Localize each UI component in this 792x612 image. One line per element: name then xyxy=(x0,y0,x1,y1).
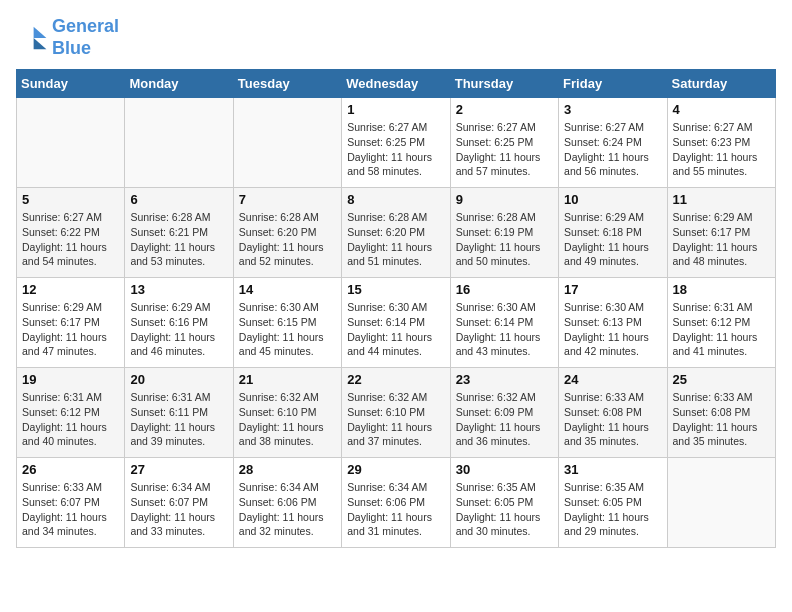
svg-marker-0 xyxy=(34,26,47,37)
calendar-cell xyxy=(125,98,233,188)
day-number: 10 xyxy=(564,192,661,207)
calendar-cell: 18Sunrise: 6:31 AM Sunset: 6:12 PM Dayli… xyxy=(667,278,775,368)
day-info: Sunrise: 6:32 AM Sunset: 6:10 PM Dayligh… xyxy=(239,390,336,449)
calendar-cell: 10Sunrise: 6:29 AM Sunset: 6:18 PM Dayli… xyxy=(559,188,667,278)
day-number: 17 xyxy=(564,282,661,297)
day-number: 24 xyxy=(564,372,661,387)
calendar-cell: 2Sunrise: 6:27 AM Sunset: 6:25 PM Daylig… xyxy=(450,98,558,188)
day-info: Sunrise: 6:31 AM Sunset: 6:12 PM Dayligh… xyxy=(22,390,119,449)
day-info: Sunrise: 6:29 AM Sunset: 6:17 PM Dayligh… xyxy=(673,210,770,269)
day-number: 13 xyxy=(130,282,227,297)
weekday-header: Monday xyxy=(125,70,233,98)
weekday-header: Thursday xyxy=(450,70,558,98)
day-info: Sunrise: 6:28 AM Sunset: 6:19 PM Dayligh… xyxy=(456,210,553,269)
day-number: 12 xyxy=(22,282,119,297)
day-info: Sunrise: 6:27 AM Sunset: 6:24 PM Dayligh… xyxy=(564,120,661,179)
logo: General Blue xyxy=(16,16,119,59)
calendar-cell xyxy=(233,98,341,188)
day-info: Sunrise: 6:27 AM Sunset: 6:23 PM Dayligh… xyxy=(673,120,770,179)
calendar-cell: 26Sunrise: 6:33 AM Sunset: 6:07 PM Dayli… xyxy=(17,458,125,548)
logo-icon xyxy=(16,22,48,54)
day-number: 7 xyxy=(239,192,336,207)
day-info: Sunrise: 6:31 AM Sunset: 6:11 PM Dayligh… xyxy=(130,390,227,449)
day-number: 31 xyxy=(564,462,661,477)
day-number: 16 xyxy=(456,282,553,297)
weekday-header: Wednesday xyxy=(342,70,450,98)
day-info: Sunrise: 6:28 AM Sunset: 6:21 PM Dayligh… xyxy=(130,210,227,269)
day-number: 26 xyxy=(22,462,119,477)
calendar-cell: 4Sunrise: 6:27 AM Sunset: 6:23 PM Daylig… xyxy=(667,98,775,188)
calendar-cell: 15Sunrise: 6:30 AM Sunset: 6:14 PM Dayli… xyxy=(342,278,450,368)
day-info: Sunrise: 6:35 AM Sunset: 6:05 PM Dayligh… xyxy=(564,480,661,539)
calendar-cell: 20Sunrise: 6:31 AM Sunset: 6:11 PM Dayli… xyxy=(125,368,233,458)
calendar-cell xyxy=(667,458,775,548)
calendar-week-row: 26Sunrise: 6:33 AM Sunset: 6:07 PM Dayli… xyxy=(17,458,776,548)
day-info: Sunrise: 6:27 AM Sunset: 6:22 PM Dayligh… xyxy=(22,210,119,269)
page-header: General Blue xyxy=(16,16,776,59)
calendar-cell: 31Sunrise: 6:35 AM Sunset: 6:05 PM Dayli… xyxy=(559,458,667,548)
calendar-cell: 3Sunrise: 6:27 AM Sunset: 6:24 PM Daylig… xyxy=(559,98,667,188)
day-number: 15 xyxy=(347,282,444,297)
day-info: Sunrise: 6:28 AM Sunset: 6:20 PM Dayligh… xyxy=(347,210,444,269)
weekday-header: Sunday xyxy=(17,70,125,98)
day-number: 29 xyxy=(347,462,444,477)
calendar-cell: 23Sunrise: 6:32 AM Sunset: 6:09 PM Dayli… xyxy=(450,368,558,458)
calendar-cell: 14Sunrise: 6:30 AM Sunset: 6:15 PM Dayli… xyxy=(233,278,341,368)
day-info: Sunrise: 6:29 AM Sunset: 6:18 PM Dayligh… xyxy=(564,210,661,269)
calendar-cell: 29Sunrise: 6:34 AM Sunset: 6:06 PM Dayli… xyxy=(342,458,450,548)
day-info: Sunrise: 6:30 AM Sunset: 6:15 PM Dayligh… xyxy=(239,300,336,359)
calendar-cell: 21Sunrise: 6:32 AM Sunset: 6:10 PM Dayli… xyxy=(233,368,341,458)
day-number: 11 xyxy=(673,192,770,207)
day-number: 28 xyxy=(239,462,336,477)
calendar-cell: 9Sunrise: 6:28 AM Sunset: 6:19 PM Daylig… xyxy=(450,188,558,278)
day-number: 6 xyxy=(130,192,227,207)
weekday-header: Tuesday xyxy=(233,70,341,98)
calendar-header: SundayMondayTuesdayWednesdayThursdayFrid… xyxy=(17,70,776,98)
calendar-cell: 19Sunrise: 6:31 AM Sunset: 6:12 PM Dayli… xyxy=(17,368,125,458)
day-info: Sunrise: 6:34 AM Sunset: 6:07 PM Dayligh… xyxy=(130,480,227,539)
day-number: 30 xyxy=(456,462,553,477)
calendar-cell: 5Sunrise: 6:27 AM Sunset: 6:22 PM Daylig… xyxy=(17,188,125,278)
calendar-cell: 12Sunrise: 6:29 AM Sunset: 6:17 PM Dayli… xyxy=(17,278,125,368)
day-info: Sunrise: 6:33 AM Sunset: 6:08 PM Dayligh… xyxy=(564,390,661,449)
day-number: 14 xyxy=(239,282,336,297)
calendar-cell: 13Sunrise: 6:29 AM Sunset: 6:16 PM Dayli… xyxy=(125,278,233,368)
day-number: 22 xyxy=(347,372,444,387)
day-info: Sunrise: 6:29 AM Sunset: 6:16 PM Dayligh… xyxy=(130,300,227,359)
day-info: Sunrise: 6:30 AM Sunset: 6:14 PM Dayligh… xyxy=(456,300,553,359)
calendar-cell: 22Sunrise: 6:32 AM Sunset: 6:10 PM Dayli… xyxy=(342,368,450,458)
day-number: 5 xyxy=(22,192,119,207)
day-number: 1 xyxy=(347,102,444,117)
calendar-cell: 6Sunrise: 6:28 AM Sunset: 6:21 PM Daylig… xyxy=(125,188,233,278)
day-info: Sunrise: 6:30 AM Sunset: 6:13 PM Dayligh… xyxy=(564,300,661,359)
calendar-cell: 25Sunrise: 6:33 AM Sunset: 6:08 PM Dayli… xyxy=(667,368,775,458)
calendar-table: SundayMondayTuesdayWednesdayThursdayFrid… xyxy=(16,69,776,548)
calendar-cell: 17Sunrise: 6:30 AM Sunset: 6:13 PM Dayli… xyxy=(559,278,667,368)
day-number: 21 xyxy=(239,372,336,387)
day-number: 23 xyxy=(456,372,553,387)
day-number: 3 xyxy=(564,102,661,117)
calendar-cell: 30Sunrise: 6:35 AM Sunset: 6:05 PM Dayli… xyxy=(450,458,558,548)
calendar-cell: 27Sunrise: 6:34 AM Sunset: 6:07 PM Dayli… xyxy=(125,458,233,548)
day-info: Sunrise: 6:27 AM Sunset: 6:25 PM Dayligh… xyxy=(456,120,553,179)
calendar-cell: 1Sunrise: 6:27 AM Sunset: 6:25 PM Daylig… xyxy=(342,98,450,188)
calendar-cell: 16Sunrise: 6:30 AM Sunset: 6:14 PM Dayli… xyxy=(450,278,558,368)
calendar-cell: 11Sunrise: 6:29 AM Sunset: 6:17 PM Dayli… xyxy=(667,188,775,278)
svg-marker-1 xyxy=(34,38,47,49)
calendar-week-row: 12Sunrise: 6:29 AM Sunset: 6:17 PM Dayli… xyxy=(17,278,776,368)
calendar-week-row: 1Sunrise: 6:27 AM Sunset: 6:25 PM Daylig… xyxy=(17,98,776,188)
day-number: 2 xyxy=(456,102,553,117)
day-number: 20 xyxy=(130,372,227,387)
day-info: Sunrise: 6:27 AM Sunset: 6:25 PM Dayligh… xyxy=(347,120,444,179)
calendar-cell: 8Sunrise: 6:28 AM Sunset: 6:20 PM Daylig… xyxy=(342,188,450,278)
calendar-week-row: 19Sunrise: 6:31 AM Sunset: 6:12 PM Dayli… xyxy=(17,368,776,458)
day-number: 8 xyxy=(347,192,444,207)
day-info: Sunrise: 6:28 AM Sunset: 6:20 PM Dayligh… xyxy=(239,210,336,269)
weekday-header: Saturday xyxy=(667,70,775,98)
day-info: Sunrise: 6:32 AM Sunset: 6:10 PM Dayligh… xyxy=(347,390,444,449)
day-info: Sunrise: 6:32 AM Sunset: 6:09 PM Dayligh… xyxy=(456,390,553,449)
day-number: 18 xyxy=(673,282,770,297)
calendar-cell: 7Sunrise: 6:28 AM Sunset: 6:20 PM Daylig… xyxy=(233,188,341,278)
day-info: Sunrise: 6:30 AM Sunset: 6:14 PM Dayligh… xyxy=(347,300,444,359)
day-number: 4 xyxy=(673,102,770,117)
